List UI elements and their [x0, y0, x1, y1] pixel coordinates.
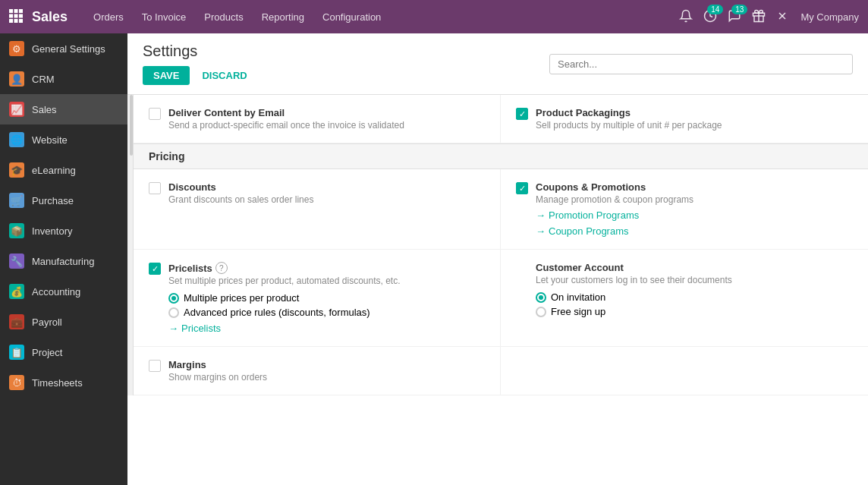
save-button[interactable]: SAVE	[143, 66, 190, 85]
radio-free-signup[interactable]: Free sign up	[536, 306, 853, 317]
search-input[interactable]	[549, 54, 853, 74]
menu-to-invoice[interactable]: To Invoice	[134, 7, 194, 27]
radio-advanced-price-btn[interactable]	[168, 307, 179, 318]
topnav-actions: 14 13 My Company	[679, 9, 859, 25]
radio-on-invitation-btn[interactable]	[536, 292, 546, 303]
deliver-content-title: Deliver Content by Email	[168, 107, 404, 118]
sidebar-item-label: Payroll	[32, 317, 62, 328]
sidebar-item-manufacturing[interactable]: 🔧 Manufacturing	[0, 246, 127, 276]
setting-deliver-content: Deliver Content by Email Send a product-…	[134, 95, 501, 143]
top-navbar: Sales Orders To Invoice Products Reporti…	[0, 0, 868, 33]
radio-on-invitation-label: On invitation	[551, 291, 605, 303]
setting-margins: Margins Show margins on orders	[134, 347, 501, 395]
sidebar-item-label: Website	[32, 134, 68, 146]
apps-grid-icon[interactable]	[9, 9, 23, 25]
product-packagings-desc: Sell products by multiple of unit # per …	[536, 120, 722, 131]
radio-free-signup-label: Free sign up	[551, 306, 605, 317]
sidebar-item-label: Accounting	[32, 286, 80, 298]
svg-rect-1	[14, 9, 18, 13]
customer-account-radio-group: On invitation Free sign up	[536, 291, 853, 317]
discard-button[interactable]: DISCARD	[196, 66, 253, 85]
sidebar-item-crm[interactable]: 👤 CRM	[0, 64, 127, 94]
pricing-grid: Discounts Grant discounts on sales order…	[134, 169, 868, 395]
promotion-programs-link[interactable]: → Promotion Programs	[536, 209, 853, 221]
pricelists-checkbox[interactable]: ✓	[149, 263, 161, 275]
sidebar-item-label: eLearning	[32, 165, 76, 176]
product-packagings-title: Product Packagings	[536, 107, 722, 118]
pricelists-link[interactable]: → Pricelists	[168, 323, 485, 334]
sidebar-item-label: Inventory	[32, 225, 72, 237]
elearning-icon: 🎓	[9, 162, 24, 178]
deliver-content-checkbox[interactable]	[149, 108, 161, 120]
menu-configuration[interactable]: Configuration	[315, 7, 388, 27]
manufacturing-icon: 🔧	[9, 254, 24, 269]
radio-multiple-prices[interactable]: Multiple prices per product	[168, 292, 485, 304]
setting-discounts: Discounts Grant discounts on sales order…	[134, 169, 501, 250]
sidebar-item-project[interactable]: 📋 Project	[0, 337, 127, 367]
sidebar-item-label: Timesheets	[32, 377, 83, 389]
margins-desc: Show margins on orders	[168, 372, 267, 383]
pricelists-title: Pricelists	[168, 263, 212, 274]
menu-reporting[interactable]: Reporting	[254, 7, 312, 27]
pricelists-help-icon[interactable]: ?	[215, 262, 228, 274]
sidebar-item-label: Sales	[32, 104, 57, 115]
sidebar-item-inventory[interactable]: 📦 Inventory	[0, 216, 127, 246]
svg-rect-5	[19, 14, 23, 17]
radio-free-signup-btn[interactable]	[536, 307, 546, 317]
sidebar-item-timesheets[interactable]: ⏱ Timesheets	[0, 367, 127, 398]
svg-rect-3	[9, 14, 13, 17]
general-settings-icon: ⚙	[9, 41, 24, 56]
accounting-icon: 💰	[9, 284, 24, 299]
discounts-checkbox[interactable]	[149, 182, 161, 194]
sidebar-item-purchase[interactable]: 🛒 Purchase	[0, 185, 127, 216]
gift-icon[interactable]	[752, 9, 766, 25]
customer-account-title: Customer Account	[536, 262, 853, 273]
close-icon[interactable]	[776, 10, 788, 24]
coupons-title: Coupons & Promotions	[536, 181, 853, 193]
margins-checkbox[interactable]	[149, 360, 161, 372]
main-layout: ⚙ General Settings 👤 CRM 📈 Sales 🌐 Websi…	[0, 33, 868, 485]
search-wrapper	[549, 54, 853, 74]
project-icon: 📋	[9, 345, 24, 360]
website-icon: 🌐	[9, 132, 24, 147]
radio-on-invitation[interactable]: On invitation	[536, 291, 853, 303]
activities-icon[interactable]: 14	[703, 9, 717, 25]
sidebar-item-website[interactable]: 🌐 Website	[0, 124, 127, 155]
sidebar-item-elearning[interactable]: 🎓 eLearning	[0, 155, 127, 185]
sales-icon: 📈	[9, 102, 24, 117]
coupon-programs-link[interactable]: → Coupon Programs	[536, 225, 853, 237]
top-menu: Orders To Invoice Products Reporting Con…	[86, 7, 679, 27]
purchase-icon: 🛒	[9, 193, 24, 208]
company-name[interactable]: My Company	[800, 11, 859, 23]
sidebar-item-payroll[interactable]: 💼 Payroll	[0, 307, 127, 337]
brand-logo[interactable]: Sales	[32, 9, 68, 25]
setting-product-packagings: ✓ Product Packagings Sell products by mu…	[501, 95, 868, 143]
setting-coupons-promotions: ✓ Coupons & Promotions Manage promotion …	[501, 169, 868, 250]
sidebar-item-label: General Settings	[32, 43, 105, 55]
customer-account-desc: Let your customers log in to see their d…	[536, 275, 853, 285]
radio-multiple-prices-btn[interactable]	[168, 293, 179, 304]
pricelists-desc: Set multiple prices per product, automat…	[168, 276, 485, 286]
sidebar: ⚙ General Settings 👤 CRM 📈 Sales 🌐 Websi…	[0, 33, 127, 485]
coupons-checkbox[interactable]: ✓	[516, 182, 528, 194]
radio-advanced-price[interactable]: Advanced price rules (discounts, formula…	[168, 307, 485, 318]
messages-icon[interactable]: 13	[728, 9, 741, 25]
pricing-section-header: Pricing	[134, 143, 868, 169]
activities-badge: 14	[707, 5, 723, 14]
menu-orders[interactable]: Orders	[86, 7, 131, 27]
sidebar-item-general-settings[interactable]: ⚙ General Settings	[0, 33, 127, 64]
discounts-desc: Grant discounts on sales order lines	[168, 194, 313, 205]
notifications-bell-icon[interactable]	[679, 9, 693, 25]
empty-cell	[501, 347, 868, 395]
setting-pricelists: ✓ Pricelists ? Set multiple prices per p…	[134, 250, 501, 347]
svg-rect-0	[9, 9, 13, 13]
margins-title: Margins	[168, 359, 267, 370]
crm-icon: 👤	[9, 71, 24, 87]
setting-customer-account: Customer Account Let your customers log …	[501, 250, 868, 347]
sidebar-item-sales[interactable]: 📈 Sales	[0, 94, 127, 124]
menu-products[interactable]: Products	[197, 7, 250, 27]
sidebar-item-label: Purchase	[32, 195, 74, 206]
svg-rect-8	[19, 19, 23, 23]
sidebar-item-accounting[interactable]: 💰 Accounting	[0, 276, 127, 307]
product-packagings-checkbox[interactable]: ✓	[516, 108, 528, 120]
